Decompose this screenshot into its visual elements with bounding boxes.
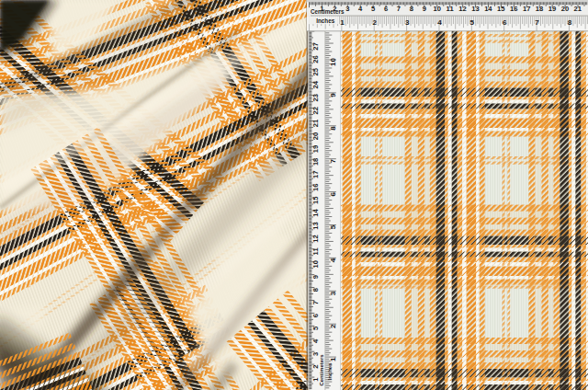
svg-text:7: 7 [535,18,539,27]
svg-text:2: 2 [373,18,378,27]
svg-text:6: 6 [329,191,337,196]
svg-text:11: 11 [447,5,455,13]
svg-text:8: 8 [311,288,320,292]
svg-text:Centimeters: Centimeters [311,8,345,15]
svg-text:Centimeters: Centimeters [319,354,324,386]
svg-text:19: 19 [311,145,320,153]
svg-text:22: 22 [311,107,320,114]
svg-text:3: 3 [405,18,410,27]
svg-text:4: 4 [437,18,442,27]
svg-text:10: 10 [433,5,440,13]
svg-text:12: 12 [458,5,466,13]
svg-text:9: 9 [311,275,320,279]
svg-text:12: 12 [311,235,320,242]
svg-text:20: 20 [311,132,320,140]
svg-text:24: 24 [311,80,320,88]
svg-text:7: 7 [329,159,337,164]
svg-text:17: 17 [311,171,320,178]
svg-text:5: 5 [329,224,337,229]
svg-text:3: 3 [311,352,320,356]
svg-text:9: 9 [423,5,426,13]
svg-text:27: 27 [311,42,320,50]
svg-text:15: 15 [497,5,505,13]
svg-text:20: 20 [561,5,569,13]
svg-text:10: 10 [311,260,320,268]
svg-text:10: 10 [329,58,337,66]
svg-text:13: 13 [311,222,320,229]
svg-text:4: 4 [329,258,337,262]
svg-text:7: 7 [397,5,401,13]
svg-text:3: 3 [345,5,349,13]
svg-text:14: 14 [311,209,320,217]
svg-text:13: 13 [471,5,479,13]
svg-text:Inches: Inches [316,17,334,24]
svg-text:8: 8 [568,18,572,27]
svg-text:6: 6 [503,18,507,27]
svg-text:11: 11 [311,247,320,256]
svg-text:23: 23 [311,94,320,101]
svg-text:1: 1 [340,18,345,27]
svg-text:Inches: Inches [327,362,333,381]
svg-text:26: 26 [311,55,320,63]
svg-text:8: 8 [329,126,337,131]
svg-text:16: 16 [510,5,517,13]
svg-text:8: 8 [410,5,413,13]
svg-text:9: 9 [329,93,337,98]
svg-text:5: 5 [470,18,475,27]
svg-text:3: 3 [329,291,337,295]
svg-text:2: 2 [311,365,320,369]
svg-text:25: 25 [311,67,320,75]
svg-text:6: 6 [311,314,320,317]
svg-text:18: 18 [536,5,543,13]
svg-text:7: 7 [311,301,320,304]
svg-text:1: 1 [329,357,337,361]
svg-text:21: 21 [574,5,582,13]
svg-text:16: 16 [311,183,320,190]
svg-text:18: 18 [311,158,320,166]
svg-text:2: 2 [329,324,337,328]
svg-text:14: 14 [484,5,492,13]
svg-text:19: 19 [548,5,556,13]
svg-text:6: 6 [384,5,388,13]
svg-text:15: 15 [311,196,320,204]
svg-text:17: 17 [523,5,530,13]
svg-text:21: 21 [311,119,320,127]
